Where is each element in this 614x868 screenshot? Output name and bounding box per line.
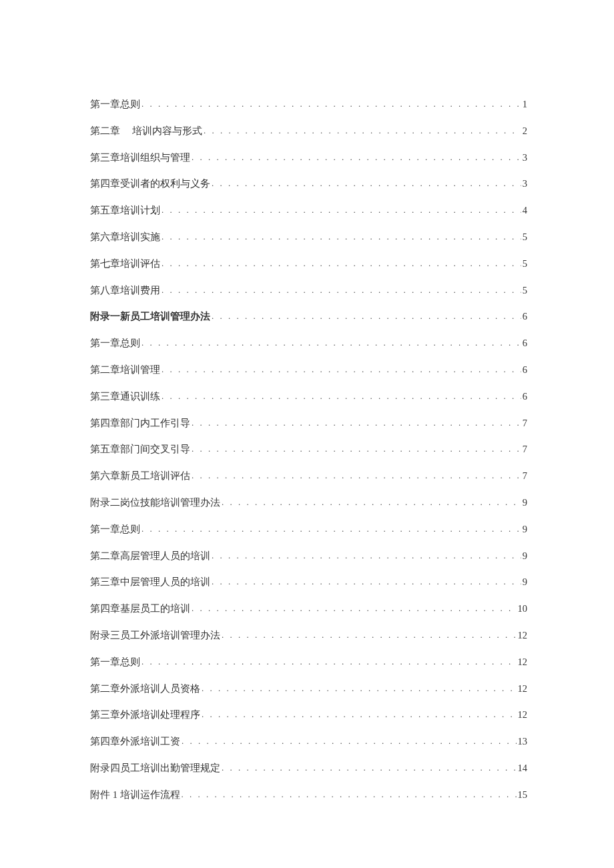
toc-entry-title: 第六章培训实施 — [90, 230, 160, 244]
toc-entry-title: 第四章基层员工的培训 — [90, 602, 190, 615]
toc-entry-page: 6 — [523, 336, 527, 350]
toc-entry-title: 第一章总则 — [90, 97, 140, 111]
toc-dot-leader: . . . . . . . . . . . . . . . . . . . . … — [202, 709, 517, 721]
toc-dot-leader: . . . . . . . . . . . . . . . . . . . . … — [212, 576, 521, 588]
toc-entry: 第四章外派培训工资. . . . . . . . . . . . . . . .… — [90, 735, 527, 748]
toc-dot-leader: . . . . . . . . . . . . . . . . . . . . … — [141, 523, 521, 535]
toc-entry: 第二章培训内容与形式. . . . . . . . . . . . . . . … — [90, 124, 527, 137]
toc-entry-title: 第四章外派培训工资 — [90, 735, 180, 748]
toc-entry-page: 3 — [523, 177, 527, 190]
toc-entry-page: 9 — [523, 575, 527, 588]
toc-entry: 第一章总则. . . . . . . . . . . . . . . . . .… — [90, 522, 527, 536]
toc-entry-page: 6 — [523, 363, 527, 376]
toc-entry-page: 3 — [523, 151, 527, 164]
toc-entry: 附录三员工外派培训管理办法. . . . . . . . . . . . . .… — [90, 628, 527, 642]
toc-dot-leader: . . . . . . . . . . . . . . . . . . . . … — [182, 735, 517, 747]
toc-dot-leader: . . . . . . . . . . . . . . . . . . . . … — [222, 762, 517, 774]
toc-entry-page: 7 — [523, 469, 527, 482]
toc-dot-leader: . . . . . . . . . . . . . . . . . . . . … — [162, 231, 521, 243]
toc-dot-leader: . . . . . . . . . . . . . . . . . . . . … — [141, 337, 521, 349]
toc-entry-title: 第二章培训管理 — [90, 363, 160, 376]
toc-entry: 第七章培训评估. . . . . . . . . . . . . . . . .… — [90, 257, 527, 270]
toc-entry-page: 1 — [523, 97, 527, 111]
toc-entry-page: 12 — [518, 708, 528, 721]
toc-dot-leader: . . . . . . . . . . . . . . . . . . . . … — [162, 364, 521, 376]
table-of-contents: 第一章总则. . . . . . . . . . . . . . . . . .… — [90, 97, 527, 801]
toc-entry-title: 第一章总则 — [90, 336, 140, 350]
toc-entry-page: 4 — [523, 203, 527, 217]
toc-entry-page: 6 — [523, 390, 527, 403]
toc-entry-title: 第二章高层管理人员的培训 — [90, 549, 210, 562]
toc-dot-leader: . . . . . . . . . . . . . . . . . . . . … — [141, 656, 517, 668]
toc-entry-title: 第二章外派培训人员资格 — [90, 682, 200, 695]
toc-entry-title: 第八章培训费用 — [90, 284, 160, 297]
toc-entry-title: 第五章培训计划 — [90, 203, 160, 217]
toc-entry-page: 9 — [523, 549, 527, 562]
toc-entry: 第三章通识训练. . . . . . . . . . . . . . . . .… — [90, 390, 527, 403]
toc-dot-leader: . . . . . . . . . . . . . . . . . . . . … — [212, 550, 521, 562]
toc-dot-leader: . . . . . . . . . . . . . . . . . . . . … — [192, 602, 517, 614]
toc-dot-leader: . . . . . . . . . . . . . . . . . . . . … — [162, 204, 521, 216]
toc-entry: 第四章基层员工的培训. . . . . . . . . . . . . . . … — [90, 602, 527, 615]
toc-entry-page: 13 — [518, 735, 528, 748]
toc-dot-leader: . . . . . . . . . . . . . . . . . . . . … — [162, 390, 521, 402]
toc-entry: 第五章部门间交叉引导. . . . . . . . . . . . . . . … — [90, 442, 527, 456]
toc-dot-leader: . . . . . . . . . . . . . . . . . . . . … — [182, 789, 517, 801]
toc-entry-title: 第三章培训组织与管理 — [90, 151, 190, 164]
toc-entry: 第六章培训实施. . . . . . . . . . . . . . . . .… — [90, 230, 527, 244]
toc-entry: 第六章新员工培训评估. . . . . . . . . . . . . . . … — [90, 469, 527, 482]
toc-dot-leader: . . . . . . . . . . . . . . . . . . . . … — [192, 151, 521, 163]
toc-entry-title: 附件 1 培训运作流程 — [90, 788, 180, 801]
toc-entry-page: 5 — [523, 230, 527, 244]
toc-entry: 第五章培训计划. . . . . . . . . . . . . . . . .… — [90, 203, 527, 217]
toc-entry-page: 2 — [523, 124, 527, 137]
toc-entry: 第一章总则. . . . . . . . . . . . . . . . . .… — [90, 97, 527, 111]
toc-entry-page: 15 — [518, 788, 528, 801]
toc-entry: 第一章总则. . . . . . . . . . . . . . . . . .… — [90, 655, 527, 669]
toc-entry-page: 12 — [518, 655, 528, 669]
toc-entry-title: 第一章总则 — [90, 655, 140, 669]
toc-dot-leader: . . . . . . . . . . . . . . . . . . . . … — [202, 683, 517, 695]
toc-entry: 附录一新员工培训管理办法. . . . . . . . . . . . . . … — [90, 310, 527, 323]
toc-dot-leader: . . . . . . . . . . . . . . . . . . . . … — [192, 417, 521, 429]
toc-entry-title: 第六章新员工培训评估 — [90, 469, 190, 482]
toc-entry: 第四章受训者的权利与义务. . . . . . . . . . . . . . … — [90, 177, 527, 190]
toc-entry-page: 7 — [523, 416, 527, 430]
toc-entry-page: 10 — [518, 602, 528, 615]
toc-entry-page: 9 — [523, 496, 527, 509]
toc-entry-page: 12 — [518, 682, 528, 695]
toc-entry: 第八章培训费用. . . . . . . . . . . . . . . . .… — [90, 284, 527, 297]
toc-dot-leader: . . . . . . . . . . . . . . . . . . . . … — [212, 177, 521, 189]
toc-dot-leader: . . . . . . . . . . . . . . . . . . . . … — [212, 310, 521, 322]
toc-entry: 附录二岗位技能培训管理办法. . . . . . . . . . . . . .… — [90, 496, 527, 509]
toc-entry: 第三章培训组织与管理. . . . . . . . . . . . . . . … — [90, 151, 527, 164]
toc-entry-title: 附录二岗位技能培训管理办法 — [90, 496, 220, 509]
toc-entry-page: 12 — [518, 628, 528, 642]
toc-dot-leader: . . . . . . . . . . . . . . . . . . . . … — [222, 629, 517, 641]
toc-entry-page: 7 — [523, 442, 527, 456]
toc-entry: 第一章总则. . . . . . . . . . . . . . . . . .… — [90, 336, 527, 350]
toc-entry-title: 第七章培训评估 — [90, 257, 160, 270]
toc-entry-title: 第三章中层管理人员的培训 — [90, 575, 210, 588]
toc-entry-title: 第四章部门内工作引导 — [90, 416, 190, 430]
toc-entry: 第三章外派培训处理程序. . . . . . . . . . . . . . .… — [90, 708, 527, 721]
toc-entry-page: 9 — [523, 522, 527, 536]
toc-dot-leader: . . . . . . . . . . . . . . . . . . . . … — [192, 470, 521, 482]
toc-entry-title: 附录四员工培训出勤管理规定 — [90, 761, 220, 775]
toc-entry-title: 第五章部门间交叉引导 — [90, 442, 190, 456]
toc-entry: 附件 1 培训运作流程. . . . . . . . . . . . . . .… — [90, 788, 527, 801]
toc-dot-leader: . . . . . . . . . . . . . . . . . . . . … — [222, 496, 521, 508]
toc-dot-leader: . . . . . . . . . . . . . . . . . . . . … — [192, 443, 521, 455]
toc-entry-page: 5 — [523, 257, 527, 270]
toc-entry-title: 第三章通识训练 — [90, 390, 160, 403]
toc-entry-title: 附录三员工外派培训管理办法 — [90, 628, 220, 642]
toc-entry-page: 6 — [523, 310, 527, 323]
toc-entry-page: 5 — [523, 284, 527, 297]
toc-entry-page: 14 — [518, 761, 528, 775]
toc-dot-leader: . . . . . . . . . . . . . . . . . . . . … — [141, 98, 521, 110]
toc-entry: 第二章培训管理. . . . . . . . . . . . . . . . .… — [90, 363, 527, 376]
toc-entry: 附录四员工培训出勤管理规定. . . . . . . . . . . . . .… — [90, 761, 527, 775]
toc-dot-leader: . . . . . . . . . . . . . . . . . . . . … — [162, 284, 521, 296]
toc-entry-title: 第三章外派培训处理程序 — [90, 708, 200, 721]
toc-entry: 第二章高层管理人员的培训. . . . . . . . . . . . . . … — [90, 549, 527, 562]
